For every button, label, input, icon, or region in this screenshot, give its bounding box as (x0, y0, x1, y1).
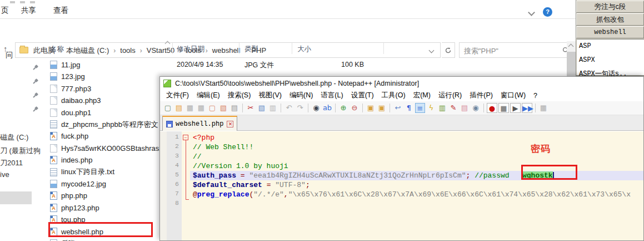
menu-编码(N)[interactable]: 编码(N) (286, 90, 317, 101)
style-token-icon[interactable]: ✎ (448, 103, 458, 113)
toolbar-separator (483, 104, 484, 112)
pin-icon (32, 78, 38, 85)
file-name: 123.jpg (61, 72, 85, 81)
menu-文件(F)[interactable]: 文件(F) (162, 90, 193, 101)
file-row-indes.php[interactable]: indes.php (50, 154, 92, 166)
menu-搜索(S)[interactable]: 搜索(S) (224, 90, 255, 101)
tool-button-旁注与c段[interactable]: 旁注与c段 (576, 1, 644, 13)
menu-编辑(E)[interactable]: 编辑(E) (193, 90, 224, 101)
fold-margin: − (182, 131, 190, 240)
zoom-in-icon[interactable]: ⊕ (338, 103, 348, 113)
folder-as-workspace-icon[interactable]: ▤ (460, 103, 470, 113)
tool-button-webshell[interactable]: webshell (576, 26, 644, 38)
file-row-php123.php[interactable]: php123.php (50, 202, 99, 214)
php-file-icon (50, 204, 57, 212)
macro-play-icon[interactable]: ▶ (510, 103, 521, 113)
tool-button-抓包改包[interactable]: 抓包改包 (576, 13, 644, 26)
menu-工具(O)[interactable]: 工具(O) (378, 90, 410, 101)
tab-close-icon[interactable]: ✕ (227, 121, 233, 127)
code-editor[interactable]: 12345678 − <?php// Web Shell!!////Versio… (160, 131, 643, 240)
code-token: <?php (193, 134, 214, 142)
redo-icon[interactable]: ↷ (295, 103, 305, 113)
print-icon[interactable]: ▤ (229, 103, 239, 113)
toolbar-separator (242, 104, 243, 112)
cut-icon[interactable]: ✂ (246, 103, 256, 113)
notepadpp-titlebar[interactable]: C:\tools\VStart50\tools\webshell\PHP\web… (160, 77, 643, 90)
file-name: php.php (61, 191, 87, 200)
close-all-icon[interactable]: ▧ (218, 103, 228, 113)
sidebar-nav-item[interactable]: ive (0, 170, 9, 179)
code-line-1: <?php (190, 133, 643, 142)
file-row-11.jpg[interactable]: 11.jpg2020/4/9 14:35JPG 文件100 KB (50, 59, 80, 71)
save-all-icon[interactable]: ▦ (196, 103, 206, 113)
new-file-icon[interactable]: ▢ (163, 103, 173, 113)
menu-插件(P)[interactable]: 插件(P) (466, 90, 497, 101)
file-row-dz_phpcms_phpbb等程序密文[interactable]: dz_phpcms_phpbb等程序密文 (50, 119, 158, 130)
scrollbar-thumb[interactable] (567, 52, 576, 76)
close-icon[interactable]: ▢ (207, 103, 217, 113)
tab-webshell-php[interactable]: webshell.php ✕ (162, 116, 237, 131)
fold-collapse-icon[interactable]: − (183, 135, 188, 140)
menu-?[interactable]: ? (530, 91, 541, 101)
scroll-up-icon[interactable] (568, 44, 574, 50)
code-token: "\x65\x76\x61\x6C\x28\x67\x7A\x69\x6E\x6… (288, 190, 631, 199)
file-row-777.php3[interactable]: 777.php3 (50, 83, 91, 95)
toolbar-separator (281, 104, 281, 112)
sync-horizontal-icon[interactable]: ▣ (377, 103, 387, 113)
show-all-characters-icon[interactable]: ¶ (404, 103, 414, 113)
sidebar-nav-item[interactable]: 刀 (最新过狗 (0, 146, 41, 156)
preview-icon[interactable]: ◉ (471, 103, 481, 113)
sidebar-nav-item[interactable]: 刀2011 (0, 158, 23, 168)
file-row-linux下跨目录.txt[interactable]: linux下跨目录.txt (50, 166, 114, 178)
code-text-area[interactable]: <?php// Web Shell!!////Version 1.0 by hu… (190, 131, 643, 240)
file-row-daibao.php3[interactable]: daibao.php3 (50, 95, 101, 106)
menu-语言(L)[interactable]: 语言(L) (317, 90, 347, 101)
file-row-123.jpg[interactable]: 123.jpg (50, 71, 85, 82)
file-row-Hys7sa5wrKKO00GSBtashras2[interactable]: Hys7sa5wrKKO00GSBtashras2 (50, 142, 163, 154)
save-icon[interactable]: ▦ (185, 103, 195, 113)
menu-设置(T)[interactable]: 设置(T) (347, 90, 378, 101)
line-number: 4 (167, 161, 182, 171)
pin-icon (32, 92, 38, 99)
indent-guide-icon[interactable]: ≡ (415, 103, 425, 113)
webshell-category-list: ASPASPXASPX一句话s.. (577, 39, 644, 75)
code-token: , (284, 190, 288, 199)
window-title: C:\tools\VStart50\tools\webshell\PHP\web… (175, 80, 419, 87)
code-line-2: // Web Shell!! (190, 142, 643, 152)
menu-窗口(W)[interactable]: 窗口(W) (497, 90, 530, 101)
undo-icon[interactable]: ↶ (284, 103, 294, 113)
explorer-scrollbar[interactable] (567, 41, 576, 76)
replace-icon[interactable]: ab (322, 103, 332, 113)
menu-视图(V)[interactable]: 视图(V) (254, 90, 286, 101)
zoom-out-icon[interactable]: ⊖ (350, 103, 360, 113)
function-list-icon[interactable]: ϟ (426, 103, 436, 113)
file-row-fuck.php[interactable]: fuck.php (50, 130, 88, 142)
menu-宏(M)[interactable]: 宏(M) (410, 90, 435, 101)
find-icon[interactable]: ◉ (311, 103, 321, 113)
tool-list-item[interactable]: ASPX (577, 53, 644, 67)
menu-运行(R)[interactable]: 运行(R) (435, 90, 466, 101)
file-row-mycode12.jpg[interactable]: mycode12.jpg (50, 178, 106, 190)
macro-save-icon[interactable]: ▦ (538, 103, 548, 113)
file-row-反弹.txt[interactable]: 反弹.txt (50, 238, 85, 241)
paste-icon[interactable]: ▥ (268, 103, 278, 113)
macro-stop-icon[interactable]: ■ (498, 103, 509, 113)
copy-icon[interactable]: ▧ (257, 103, 267, 113)
sync-vertical-icon[interactable]: ▣ (366, 103, 376, 113)
jpg-file-icon (50, 72, 57, 81)
screenshot-stage: 页共享查看 ? ↑ 此电脑›本地磁盘 (C:)›tools›VStart50›t… (0, 0, 644, 241)
document-map-icon[interactable]: ▥ (437, 103, 447, 113)
tool-list-item[interactable]: ASP (577, 40, 644, 53)
macro-record-icon[interactable]: ● (487, 103, 497, 113)
open-icon[interactable]: ▤ (174, 103, 184, 113)
code-token (510, 171, 522, 180)
file-name: 反弹.txt (61, 239, 85, 241)
code-token: "eea1b4RgIZH4uScARwXTUXIL8aNZtj31QoZrHnN… (249, 171, 466, 180)
code-token (470, 171, 475, 180)
word-wrap-icon[interactable]: ↩ (393, 103, 403, 113)
nav-quick-access-partial[interactable]: 问 (6, 50, 13, 60)
sidebar-nav-item[interactable]: 磁盘 (C:) (0, 132, 28, 142)
file-row-dou.php1[interactable]: dou.php1 (50, 107, 91, 119)
macro-run-multiple-icon[interactable]: ▶▶ (522, 103, 532, 113)
file-row-php.php[interactable]: php.php (50, 190, 87, 201)
